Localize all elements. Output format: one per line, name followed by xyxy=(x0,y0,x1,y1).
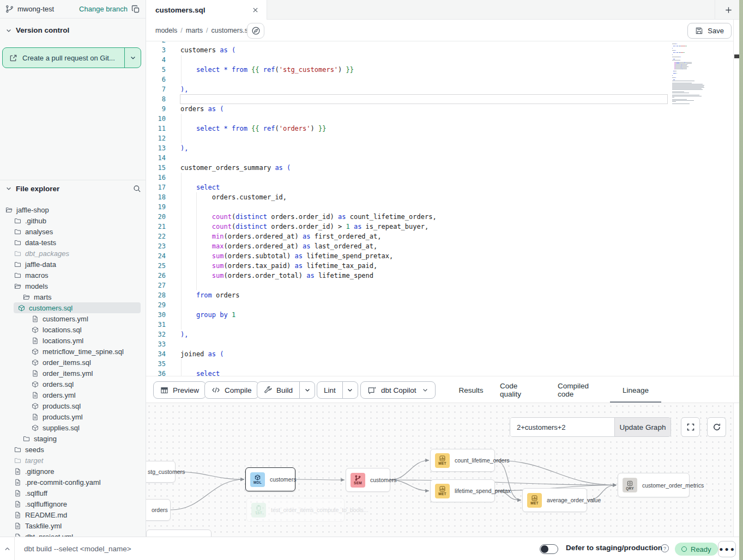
file-tree-item-locations-sql[interactable]: locations.sql xyxy=(0,324,146,335)
code-line-6[interactable]: 6 xyxy=(146,75,733,84)
code-line-5[interactable]: 5 select * from {{ ref('stg_customers') … xyxy=(146,65,733,75)
file-tree-item--github[interactable]: .github xyxy=(0,215,146,226)
split-dropdown-chevron[interactable] xyxy=(299,382,315,398)
code-line-16[interactable]: 16 xyxy=(146,173,733,182)
file-tree-item-data-tests[interactable]: data-tests xyxy=(0,237,146,248)
fullscreen-button[interactable] xyxy=(681,417,700,437)
tab-customers-sql[interactable]: customers.sql xyxy=(146,0,267,20)
command-input[interactable] xyxy=(24,537,351,560)
file-tree-item-analyses[interactable]: analyses xyxy=(0,226,146,237)
file-tree-item-seeds[interactable]: seeds xyxy=(0,444,146,455)
docs-compass-button[interactable] xyxy=(247,23,264,39)
code-line-8[interactable]: 8 xyxy=(146,94,733,104)
file-tree-item--gitignore[interactable]: .gitignore xyxy=(0,466,146,477)
code-line-24[interactable]: 24 sum(orders.subtotal) as lifetime_spen… xyxy=(146,251,733,261)
file-tree-item-orders-sql[interactable]: orders.sql xyxy=(0,379,146,389)
file-tree-item-customers-yml[interactable]: customers.yml xyxy=(0,313,146,324)
code-line-2[interactable]: 2 xyxy=(146,41,733,45)
lineage-panel[interactable]: stg_customersordersMDLcustomersTSTtest_o… xyxy=(146,403,733,537)
update-graph-button[interactable]: Update Graph xyxy=(614,418,670,436)
file-tree-item-macros[interactable]: macros xyxy=(0,270,146,281)
lint-button[interactable]: Lint xyxy=(317,381,358,399)
save-button[interactable]: Save xyxy=(687,23,732,39)
code-line-13[interactable]: 13), xyxy=(146,143,733,153)
code-line-15[interactable]: 15customer_orders_summary as ( xyxy=(146,163,733,173)
code-line-3[interactable]: 3customers as ( xyxy=(146,45,733,55)
compile-button[interactable]: Compile xyxy=(204,381,259,399)
tab-compiled-code[interactable]: Compiled code xyxy=(558,376,606,404)
code-line-25[interactable]: 25 sum(orders.tax_paid) as lifetime_tax_… xyxy=(146,261,733,271)
file-tree-item-supplies-sql[interactable]: supplies.sql xyxy=(0,422,146,433)
lineage-node-orders[interactable]: orders xyxy=(146,499,171,521)
file-tree-item-metricflow-time-spine-sql[interactable]: metricflow_time_spine.sql xyxy=(0,346,146,357)
code-line-11[interactable]: 11 select * from {{ ref('orders') }} xyxy=(146,124,733,133)
file-tree-item-target[interactable]: target xyxy=(0,455,146,466)
file-tree-item-products-yml[interactable]: products.yml xyxy=(0,411,146,422)
file-tree-item--sqlfluff[interactable]: .sqlfluff xyxy=(0,488,146,498)
code-line-33[interactable]: 33 xyxy=(146,339,733,349)
file-tree-item-order-items-yml[interactable]: order_items.yml xyxy=(0,368,146,379)
code-line-31[interactable]: 31 xyxy=(146,320,733,330)
file-tree-item--pre-commit-config-yaml[interactable]: .pre-commit-config.yaml xyxy=(0,477,146,488)
file-tree-item-jaffle-shop[interactable]: jaffle-shop xyxy=(0,204,146,215)
file-tree-item-taskfile-yml[interactable]: Taskfile.yml xyxy=(0,520,146,531)
file-tree-item-jaffle-data[interactable]: jaffle-data xyxy=(0,259,146,270)
file-tree-item-customers-sql[interactable]: customers.sql xyxy=(14,302,141,313)
code-line-36[interactable]: 36 select xyxy=(146,369,733,376)
file-tree-item-readme-md[interactable]: README.md xyxy=(0,509,146,520)
help-icon[interactable]: ? xyxy=(661,544,669,552)
code-line-23[interactable]: 23 max(orders.ordered_at) as last_ordere… xyxy=(146,241,733,251)
code-editor[interactable]: 23customers as (45 select * from {{ ref(… xyxy=(146,41,733,376)
code-line-17[interactable]: 17 select xyxy=(146,182,733,192)
lineage-node-partial[interactable] xyxy=(146,529,212,537)
code-line-27[interactable]: 27 xyxy=(146,281,733,290)
lineage-node-customer-order-metrics[interactable]: QRYcustomer_order_metrics xyxy=(618,473,690,497)
defer-toggle[interactable] xyxy=(540,544,558,554)
file-tree-item-locations-yml[interactable]: locations.yml xyxy=(0,335,146,346)
lineage-node-customers[interactable]: SEMcustomers xyxy=(346,468,390,492)
code-line-30[interactable]: 30 group by 1 xyxy=(146,310,733,320)
tab-code-quality[interactable]: Code quality xyxy=(500,376,540,404)
lineage-node-test-order-items-compute-to-bools[interactable]: TSTtest_order_items_compute_to_bools... xyxy=(246,498,345,522)
code-line-10[interactable]: 10 xyxy=(146,114,733,124)
lineage-selector-input[interactable] xyxy=(510,418,614,436)
scrollbar[interactable] xyxy=(733,20,739,537)
code-line-35[interactable]: 35 xyxy=(146,359,733,369)
create-pull-request-button[interactable]: Create a pull request on Git... xyxy=(2,47,141,68)
file-tree-item-models[interactable]: models xyxy=(0,281,146,291)
file-tree-item-dbt-project-yml[interactable]: dbt_project.yml xyxy=(0,531,146,537)
file-tree-item-marts[interactable]: marts xyxy=(0,291,146,302)
more-options-button[interactable]: ● ● ● xyxy=(718,541,736,557)
version-control-header[interactable]: Version control xyxy=(5,26,69,34)
tab-results[interactable]: Results xyxy=(460,376,482,404)
copy-icon[interactable] xyxy=(131,5,140,14)
file-tree-item--sqlfluffignore[interactable]: .sqlfluffignore xyxy=(0,498,146,509)
new-tab-button[interactable] xyxy=(720,2,737,18)
preview-button[interactable]: Preview xyxy=(153,381,206,399)
lineage-node-count-lifetime-orders[interactable]: METcount_lifetime_orders xyxy=(430,449,495,472)
file-tree-item-products-sql[interactable]: products.sql xyxy=(0,400,146,411)
scrollbar-thumb[interactable] xyxy=(734,54,739,58)
breadcrumb-part[interactable]: models xyxy=(155,27,177,34)
code-line-21[interactable]: 21 count(distinct orders.order_id) > 1 a… xyxy=(146,222,733,232)
code-line-9[interactable]: 9orders as ( xyxy=(146,104,733,114)
close-icon[interactable] xyxy=(252,7,259,14)
lineage-node-customers[interactable]: MDLcustomers xyxy=(245,467,295,491)
lineage-node-lifetime-spend-pretax[interactable]: METlifetime_spend_pretax xyxy=(430,479,495,502)
code-line-29[interactable]: 29 xyxy=(146,300,733,310)
minimap[interactable] xyxy=(672,42,715,105)
file-tree-item-order-items-sql[interactable]: order_items.sql xyxy=(0,357,146,368)
breadcrumb-part[interactable]: marts xyxy=(186,27,203,34)
code-line-28[interactable]: 28 from orders xyxy=(146,290,733,300)
code-line-34[interactable]: 34joined as ( xyxy=(146,349,733,359)
file-tree-item-dbt-packages[interactable]: dbt_packages xyxy=(0,248,146,259)
code-line-7[interactable]: 7), xyxy=(146,84,733,94)
file-explorer-header[interactable]: File explorer xyxy=(5,183,141,194)
change-branch-link[interactable]: Change branch xyxy=(79,5,128,13)
code-line-26[interactable]: 26 sum(orders.order_total) as lifetime_s… xyxy=(146,271,733,281)
dbt-copilot-button[interactable]: dbt Copilot xyxy=(360,381,436,399)
build-button[interactable]: Build xyxy=(257,381,315,399)
code-line-32[interactable]: 32), xyxy=(146,330,733,339)
code-line-20[interactable]: 20 count(distinct orders.order_id) as co… xyxy=(146,212,733,222)
code-line-4[interactable]: 4 xyxy=(146,55,733,65)
